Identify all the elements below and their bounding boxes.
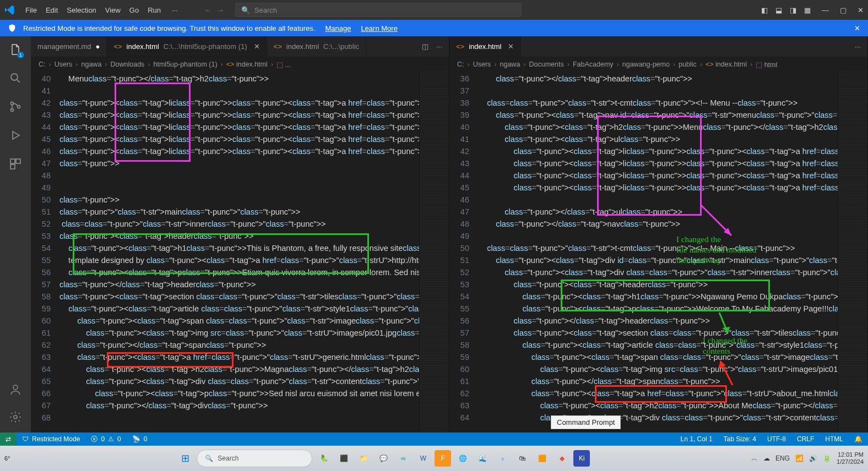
svg-point-7 [13,385,18,390]
taskbar-teams-icon[interactable]: 💬 [375,450,392,467]
tab-close-icon[interactable]: ✕ [508,42,514,51]
minimap[interactable] [419,72,449,432]
tab-label: index.html [127,42,159,51]
tab-index-html-public[interactable]: <> index.html C:\...\public [267,36,366,57]
command-center-search[interactable]: 🔍 Search [235,3,522,17]
activity-bar: 1 [0,36,31,432]
menu-view[interactable]: View [101,4,125,17]
explorer-badge: 1 [17,52,24,58]
system-tray[interactable]: ︿ ☁ ENG 📶 🔊 🔋 12:01 PM 1/27/2024 [751,451,864,465]
tray-battery-icon[interactable]: 🔋 [823,454,831,462]
layout-panel-icon[interactable]: ⬓ [775,6,782,14]
svg-point-1 [11,102,14,105]
taskbar-app-icon[interactable]: F [435,450,451,467]
svg-point-2 [11,109,14,112]
start-menu-icon[interactable]: ⊞ [177,450,193,467]
status-lncol[interactable]: Ln 1, Col 1 [675,435,718,443]
status-restricted[interactable]: 🛡Restricted Mode [17,435,85,443]
svg-point-3 [18,106,20,108]
menu-more-icon[interactable]: ··· [167,4,182,17]
taskbar-edge-icon[interactable]: 🌊 [474,450,491,467]
right-editor[interactable]: 36 37 38 39 40 41 42 43 44 45 46 47 48 4… [449,72,867,432]
nav-back-icon[interactable]: ← [204,6,211,14]
status-ports[interactable]: 📡0 [127,435,153,443]
banner-manage-link[interactable]: Manage [325,24,351,32]
status-problems[interactable]: ⓧ0 ⚠0 [85,435,126,444]
tray-onedrive-icon[interactable]: ☁ [763,454,770,462]
banner-close-icon[interactable]: ✕ [854,24,860,32]
svg-rect-4 [10,159,15,163]
taskbar-weather[interactable]: 6° [4,455,10,462]
left-editor-pane: management.md ● <> index.html C:\...\htm… [31,36,449,432]
taskbar-word-icon[interactable]: W [415,450,431,467]
svg-rect-5 [16,159,20,163]
status-bar: ⇄ 🛡Restricted Mode ⓧ0 ⚠0 📡0 Ln 1, Col 1 … [0,432,868,446]
search-activity-icon[interactable] [8,70,23,86]
extensions-icon[interactable] [8,156,23,172]
status-eol[interactable]: CRLF [791,435,820,443]
taskbar-search-placeholder: Search [218,454,238,462]
tab-more-icon[interactable]: ··· [855,42,861,51]
tab-close-icon[interactable]: ✕ [254,42,260,51]
taskbar-clock[interactable]: 12:01 PM 1/27/2024 [837,451,864,465]
restricted-mode-banner: Restricted Mode is intended for safe cod… [0,20,868,36]
html-file-icon: <> [456,42,464,51]
taskbar-explorer-icon[interactable]: 📁 [355,450,372,467]
split-editor-icon[interactable]: ◫ [422,42,428,51]
taskbar-store-icon[interactable]: 🛍 [514,450,530,467]
window-close-icon[interactable]: ✕ [858,6,864,14]
tab-index-html-phantom[interactable]: <> index.html C:\...\html5up-phantom (1)… [107,36,267,57]
layout-sidebar-right-icon[interactable]: ◨ [790,6,796,14]
status-encoding[interactable]: UTF-8 [762,435,791,443]
layout-sidebar-left-icon[interactable]: ◧ [761,6,768,14]
taskbar-app-icon[interactable]: 🟧 [534,450,550,467]
banner-learn-more-link[interactable]: Learn More [361,24,397,32]
right-breadcrumb[interactable]: C: › Users › ngawa › Documents › FabAcad… [449,57,867,72]
remote-indicator[interactable]: ⇄ [0,432,17,446]
shield-icon [8,24,17,32]
taskbar-search[interactable]: 🔍 Search [197,450,312,467]
source-control-icon[interactable] [8,99,23,114]
taskbar-kicad-icon[interactable]: Ki [573,450,590,467]
taskbar-arduino-icon[interactable]: ∞ [395,450,411,467]
taskbar-app-icon[interactable]: ⬛ [335,450,352,467]
banner-text: Restricted Mode is intended for safe cod… [23,24,315,32]
menu-run[interactable]: Run [143,4,165,17]
left-breadcrumb[interactable]: C: › Users › ngawa › Downloads › html5up… [31,57,449,72]
taskbar-git-icon[interactable]: ◆ [554,450,570,467]
tab-management-md[interactable]: management.md ● [31,36,107,57]
layout-customize-icon[interactable]: ▦ [804,6,811,14]
window-maximize-icon[interactable]: ▢ [840,6,847,14]
right-editor-pane: <> index.html ✕ ··· C: › Users › ngawa ›… [449,36,868,432]
right-tabs: <> index.html ✕ ··· [449,36,867,57]
menu-file[interactable]: File [21,4,41,17]
tab-suffix: C:\...\public [323,42,359,51]
tray-language-icon[interactable]: ENG [775,454,790,462]
minimap[interactable] [838,72,867,432]
title-bar: File Edit Selection View Go Run ··· ← → … [0,0,868,20]
taskbar-vscode-icon[interactable]: ⬨ [494,450,511,467]
status-tabsize[interactable]: Tab Size: 4 [718,435,762,443]
menu-edit[interactable]: Edit [41,4,62,17]
left-editor[interactable]: 40 41 42 43 44 45 46 47 48 49 50 51 52 5… [31,72,449,432]
nav-forward-icon[interactable]: → [217,6,224,14]
explorer-icon[interactable]: 1 [8,42,23,57]
window-minimize-icon[interactable]: — [822,6,829,14]
run-debug-icon[interactable] [8,128,23,143]
tab-index-html-right[interactable]: <> index.html ✕ [449,36,521,57]
taskbar-app-icon[interactable]: 🦜 [316,450,332,467]
menu-selection[interactable]: Selection [62,4,100,17]
search-placeholder: Search [254,6,277,14]
tab-more-icon[interactable]: ··· [436,42,442,51]
taskbar-chrome-icon[interactable]: 🌐 [454,450,471,467]
settings-gear-icon[interactable] [8,409,23,425]
command-prompt-toast[interactable]: Command Prompt [551,415,621,429]
tray-chevron-icon[interactable]: ︿ [751,454,758,463]
tray-wifi-icon[interactable]: 📶 [795,454,804,462]
tray-volume-icon[interactable]: 🔊 [809,454,817,462]
status-bell-icon[interactable]: 🔔 [849,435,868,443]
status-language[interactable]: HTML [820,435,849,443]
accounts-icon[interactable] [8,382,23,397]
menu-go[interactable]: Go [125,4,143,17]
shield-icon: 🛡 [22,435,29,443]
